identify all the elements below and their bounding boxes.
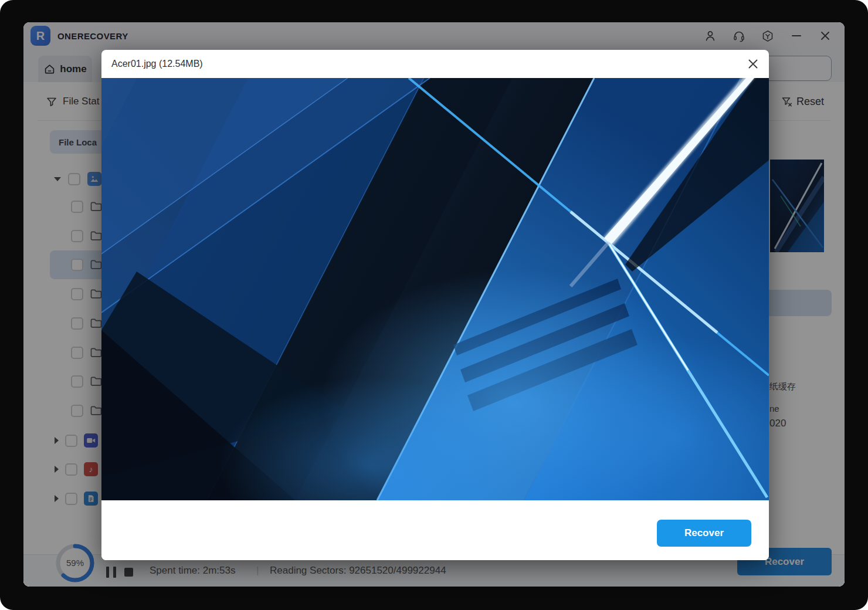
- modal-header: Acer01.jpg (12.54MB): [101, 50, 769, 78]
- modal-close-icon[interactable]: [747, 57, 760, 70]
- screenshot-frame: R ONERECOVERY: [0, 0, 868, 610]
- image-preview: [101, 78, 769, 500]
- modal-title: Acer01.jpg (12.54MB): [111, 50, 203, 78]
- recover-button-modal[interactable]: Recover: [657, 520, 751, 547]
- modal-footer: Recover: [101, 500, 769, 560]
- preview-modal: Acer01.jpg (12.54MB): [101, 50, 769, 560]
